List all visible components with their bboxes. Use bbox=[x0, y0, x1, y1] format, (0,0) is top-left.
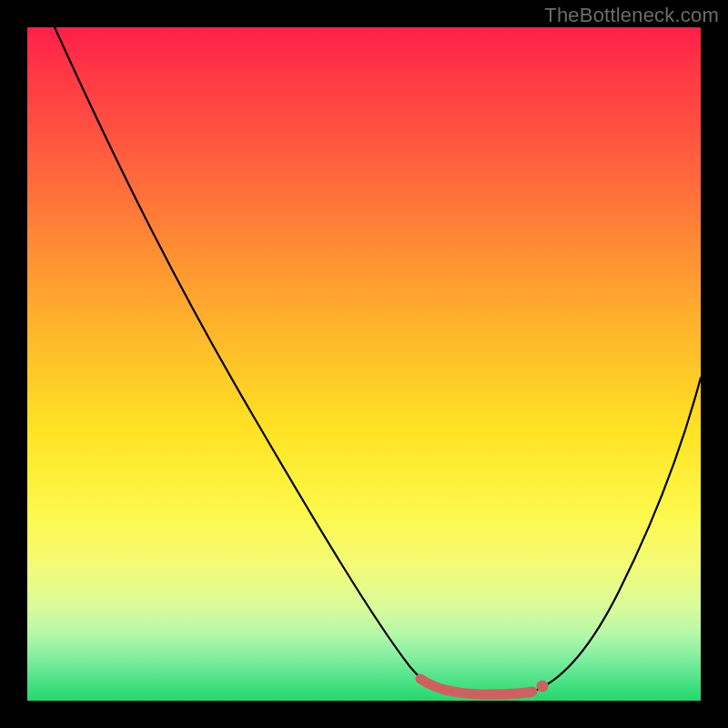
chart-frame: TheBottleneck.com bbox=[0, 0, 728, 728]
chart-svg bbox=[27, 27, 701, 701]
plot-area bbox=[27, 27, 701, 701]
bottleneck-curve-left bbox=[55, 27, 455, 693]
watermark-text: TheBottleneck.com bbox=[544, 4, 719, 27]
bottleneck-curve-right bbox=[537, 378, 701, 690]
optimal-band bbox=[420, 679, 532, 694]
optimal-band-end-dot bbox=[537, 681, 549, 693]
